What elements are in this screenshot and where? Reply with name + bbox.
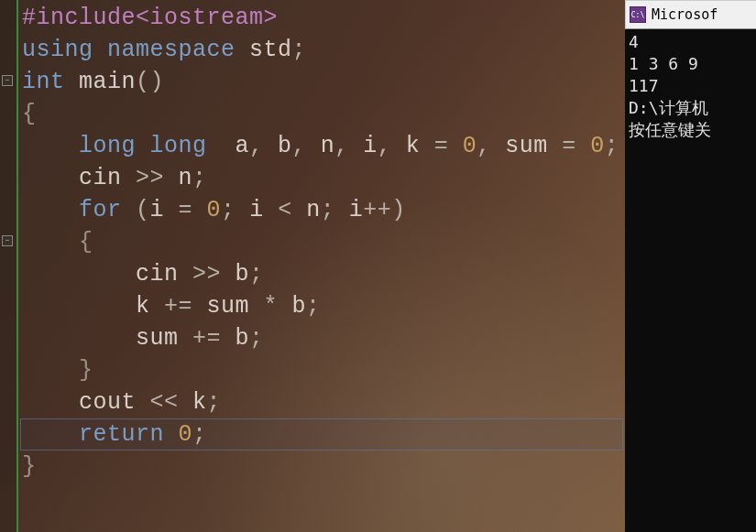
code-line[interactable]: cin >> n; xyxy=(22,162,625,194)
cmd-icon: C:\ xyxy=(630,6,646,23)
code-line[interactable]: #include<iostream> xyxy=(22,2,625,34)
code-line[interactable]: using namespace std; xyxy=(22,34,625,66)
code-line[interactable]: k += sum * b; xyxy=(22,290,625,322)
console-line: 4 xyxy=(629,31,752,53)
console-output: 41 3 6 9117D:\计算机按任意键关 xyxy=(625,29,756,143)
code-line[interactable]: int main() xyxy=(22,66,625,98)
fold-toggle-icon[interactable]: − xyxy=(2,235,13,246)
fold-toggle-icon[interactable]: − xyxy=(2,75,13,86)
code-line[interactable]: cout << k; xyxy=(22,386,625,418)
code-line[interactable]: cin >> b; xyxy=(22,258,625,290)
console-line: 按任意键关 xyxy=(629,119,752,141)
console-title-bar[interactable]: C:\ Microsof xyxy=(625,0,756,29)
code-line[interactable]: return 0; xyxy=(22,418,625,451)
code-line[interactable]: { xyxy=(22,226,625,258)
code-line[interactable]: long long a, b, n, i, k = 0, sum = 0; xyxy=(22,130,625,162)
console-line: 1 3 6 9 xyxy=(629,53,752,75)
code-line[interactable]: sum += b; xyxy=(22,322,625,354)
code-line[interactable]: } xyxy=(22,451,625,483)
console-window: C:\ Microsof 41 3 6 9117D:\计算机按任意键关 xyxy=(625,0,756,532)
code-content[interactable]: #include<iostream>using namespace std;in… xyxy=(20,0,625,483)
code-line[interactable]: } xyxy=(22,354,625,386)
console-line: 117 xyxy=(629,75,752,97)
code-line[interactable]: for (i = 0; i < n; i++) xyxy=(22,194,625,226)
code-line[interactable]: { xyxy=(22,98,625,130)
code-editor[interactable]: −− #include<iostream>using namespace std… xyxy=(0,0,625,532)
console-line: D:\计算机 xyxy=(629,97,752,119)
console-title-text: Microsof xyxy=(652,6,718,23)
